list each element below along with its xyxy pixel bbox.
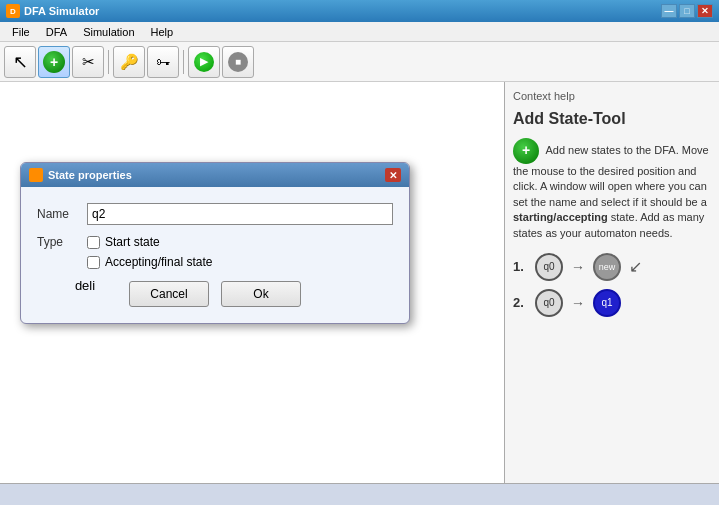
add-state-icon: + bbox=[43, 51, 65, 73]
play-icon: ▶ bbox=[194, 52, 214, 72]
menu-bar: File DFA Simulation Help bbox=[0, 22, 719, 42]
context-examples: 1. q0 → new ↙ 2. q0 → q1 bbox=[513, 253, 711, 317]
example-1-arrow: → bbox=[571, 259, 585, 275]
maximize-button[interactable]: □ bbox=[679, 4, 695, 18]
cursor-icon: ↖ bbox=[13, 51, 28, 73]
scissors-icon: ✂ bbox=[82, 53, 95, 71]
accepting-state-row[interactable]: Accepting/final state bbox=[87, 255, 212, 269]
minimize-button[interactable]: — bbox=[661, 4, 677, 18]
scissors-tool-button[interactable]: ✂ bbox=[72, 46, 104, 78]
play-button[interactable]: ▶ bbox=[188, 46, 220, 78]
example-2-num: 2. bbox=[513, 295, 527, 310]
context-text-bold: starting/accepting bbox=[513, 211, 608, 223]
example-2-to: q1 bbox=[593, 289, 621, 317]
add-state-inline-icon: + bbox=[513, 138, 539, 164]
context-panel: Context help Add State-Tool + Add new st… bbox=[504, 82, 719, 483]
start-state-checkbox[interactable] bbox=[87, 236, 100, 249]
context-text-1: Add new states to the DFA. Move the mous… bbox=[513, 144, 709, 208]
dialog-close-button[interactable]: ✕ bbox=[385, 168, 401, 182]
key-icon: 🔑 bbox=[120, 53, 139, 71]
example-1-from: q0 bbox=[535, 253, 563, 281]
accepting-state-checkbox[interactable] bbox=[87, 256, 100, 269]
stop-icon: ■ bbox=[228, 52, 248, 72]
context-help-title: Context help bbox=[513, 90, 711, 102]
example-2-arrow: → bbox=[571, 295, 585, 311]
canvas-area[interactable]: → deli suda q2 State properties ✕ bbox=[0, 82, 504, 483]
accepting-state-label: Accepting/final state bbox=[105, 255, 212, 269]
cursor-example-1: ↙ bbox=[629, 257, 642, 276]
name-label: Name bbox=[37, 207, 87, 221]
add-state-tool-button[interactable]: + bbox=[38, 46, 70, 78]
example-1-to: new bbox=[593, 253, 621, 281]
state-properties-dialog: State properties ✕ Name Type S bbox=[20, 162, 410, 324]
context-help-body: + Add new states to the DFA. Move the mo… bbox=[513, 138, 711, 241]
close-button[interactable]: ✕ bbox=[697, 4, 713, 18]
key2-tool-button[interactable]: 🗝 bbox=[147, 46, 179, 78]
start-state-row[interactable]: Start state bbox=[87, 235, 212, 249]
cancel-button[interactable]: Cancel bbox=[129, 281, 209, 307]
toolbar-separator-2 bbox=[183, 50, 184, 74]
example-2: 2. q0 → q1 bbox=[513, 289, 711, 317]
name-input[interactable] bbox=[87, 203, 393, 225]
status-bar bbox=[0, 483, 719, 505]
example-2-from: q0 bbox=[535, 289, 563, 317]
dialog-titlebar: State properties ✕ bbox=[21, 163, 409, 187]
app-icon: D bbox=[6, 4, 20, 18]
key-tool-button[interactable]: 🔑 bbox=[113, 46, 145, 78]
menu-dfa[interactable]: DFA bbox=[38, 24, 75, 40]
type-label: Type bbox=[37, 235, 87, 249]
checkboxes: Start state Accepting/final state bbox=[87, 235, 212, 269]
select-tool-button[interactable]: ↖ bbox=[4, 46, 36, 78]
example-1: 1. q0 → new ↙ bbox=[513, 253, 711, 281]
menu-help[interactable]: Help bbox=[143, 24, 182, 40]
title-bar: D DFA Simulator — □ ✕ bbox=[0, 0, 719, 22]
stop-button[interactable]: ■ bbox=[222, 46, 254, 78]
example-1-num: 1. bbox=[513, 259, 527, 274]
start-state-label: Start state bbox=[105, 235, 160, 249]
toolbar: ↖ + ✂ 🔑 🗝 ▶ ■ bbox=[0, 42, 719, 82]
ok-button[interactable]: Ok bbox=[221, 281, 301, 307]
key2-icon: 🗝 bbox=[156, 54, 170, 70]
main-area: → deli suda q2 State properties ✕ bbox=[0, 82, 719, 483]
window-title: DFA Simulator bbox=[24, 5, 99, 17]
name-row: Name bbox=[37, 203, 393, 225]
menu-simulation[interactable]: Simulation bbox=[75, 24, 142, 40]
dialog-title-left: State properties bbox=[29, 168, 132, 182]
menu-file[interactable]: File bbox=[4, 24, 38, 40]
context-help-heading: Add State-Tool bbox=[513, 110, 711, 128]
dialog-title: State properties bbox=[48, 169, 132, 181]
title-controls[interactable]: — □ ✕ bbox=[661, 4, 713, 18]
deli-label: deli bbox=[75, 278, 95, 293]
dialog-body: Name Type Start state Accepti bbox=[21, 187, 409, 323]
toolbar-separator bbox=[108, 50, 109, 74]
title-bar-left: D DFA Simulator bbox=[6, 4, 99, 18]
dialog-icon bbox=[29, 168, 43, 182]
type-row: Type Start state Accepting/final state bbox=[37, 235, 393, 269]
